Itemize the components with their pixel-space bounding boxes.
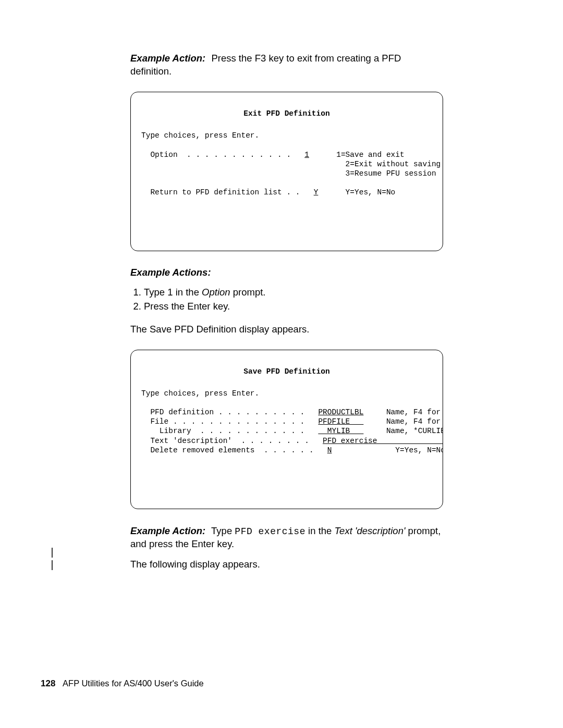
action2-ital: Text 'description' (335, 525, 406, 536)
s2-lib-value[interactable]: MYLIB (318, 427, 363, 435)
screen-exit-pfd: Exit PFD Definition Type choices, press … (130, 92, 443, 251)
screen2-instr: Type choices, press Enter. (141, 389, 259, 398)
s2-del-hint: Y=Yes, N=No (395, 446, 443, 454)
screen1-option-label: Option . . . . . . . . . . . . (141, 151, 291, 159)
s2-pfd-label: PFD definition . . . . . . . . . . (141, 408, 304, 416)
screen1-return-hint: Y=Yes, N=No (346, 188, 396, 196)
list-item: Press the Enter key. (144, 300, 443, 314)
page: Example Action: Press the F3 key to exit… (0, 0, 563, 728)
s2-del-label: Delete removed elements . . . . . . (141, 446, 314, 454)
example-action-label-2: Example Action: (130, 525, 205, 536)
s2-pfd-value[interactable]: PRODUCTLBL (318, 408, 363, 416)
s2-text-value[interactable]: PFD exercise (323, 437, 443, 445)
action2-pre: Type (211, 525, 235, 536)
screen1-instr: Type choices, press Enter. (141, 131, 259, 140)
screen1-return-label: Return to PFD definition list . . (141, 188, 300, 196)
screen1-title: Exit PFD Definition (141, 109, 432, 118)
action2-para: Example Action: Type PFD exercise in the… (130, 525, 443, 551)
li1-pre: Type 1 in the (144, 287, 202, 298)
footer-title: AFP Utilities for AS/400 User's Guide (63, 678, 204, 688)
intro-para: Example Action: Press the F3 key to exit… (130, 52, 443, 78)
s2-lib-label: Library . . . . . . . . . . . . (141, 427, 304, 435)
screen1-opt-hint3: 3=Resume PFU session (346, 169, 436, 178)
screen2-title: Save PFD Definition (141, 367, 432, 376)
example-actions-heading: Example Actions: (130, 267, 443, 278)
s2-file-label: File . . . . . . . . . . . . . . . (141, 417, 304, 426)
li1-ital: Option (202, 287, 230, 298)
list-item: Type 1 in the Option prompt. (144, 286, 443, 300)
change-bar: | (49, 548, 55, 558)
screen1-option-value[interactable]: 1 (304, 151, 309, 159)
s2-lib-hint: Name, *CURLIB (386, 427, 443, 435)
action2-mono: PFD exercise (235, 526, 305, 537)
screen1-opt-hint2: 2=Exit without saving (346, 160, 441, 168)
screen-save-pfd: Save PFD Definition Type choices, press … (130, 350, 443, 509)
content-column: Example Action: Press the F3 key to exit… (130, 52, 443, 578)
s2-pfd-hint: Name, F4 for list (386, 408, 443, 416)
s2-file-hint: Name, F4 for list (386, 417, 443, 426)
s2-text-label: Text 'description' . . . . . . . . (141, 437, 309, 445)
closing-para: The following display appears. (130, 558, 443, 571)
s2-file-value[interactable]: PFDFILE (318, 417, 363, 426)
after-actions-para: The Save PFD Definition display appears. (130, 323, 443, 336)
page-footer: 128 AFP Utilities for AS/400 User's Guid… (41, 678, 204, 689)
example-actions-list: Type 1 in the Option prompt. Press the E… (130, 286, 443, 314)
change-bar: | (49, 560, 55, 571)
page-number: 128 (41, 678, 55, 688)
li2-pre: Press the Enter key. (144, 301, 230, 312)
s2-del-value[interactable]: N (327, 446, 332, 454)
screen1-opt-hint1: 1=Save and exit (336, 151, 405, 159)
example-action-label: Example Action: (130, 53, 205, 64)
screen1-return-value[interactable]: Y (314, 188, 319, 196)
action2-mid: in the (305, 525, 335, 536)
li1-post: prompt. (230, 287, 266, 298)
